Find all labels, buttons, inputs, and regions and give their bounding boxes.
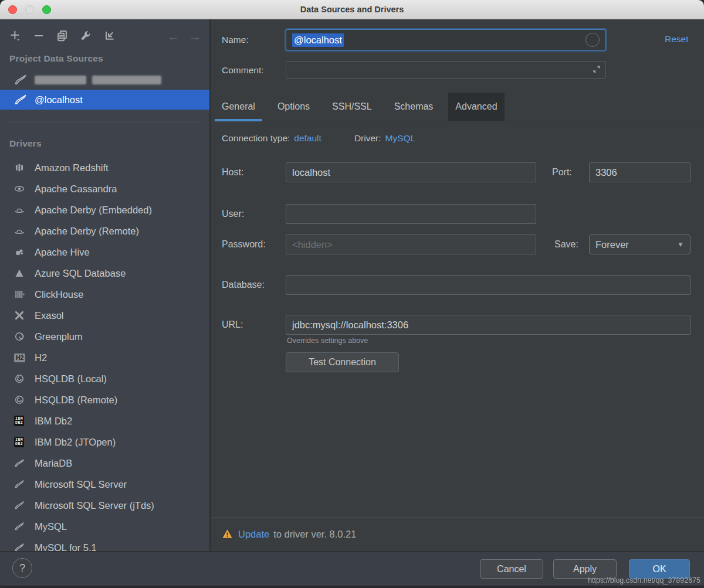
driver-label: IBM Db2 (JTOpen) [35,437,116,448]
database-label: Database: [222,280,265,290]
url-hint: Overrides settings above [287,337,368,345]
test-connection-button[interactable]: Test Connection [286,352,399,372]
driver-item-apache-cassandra[interactable]: Apache Cassandra [0,178,209,199]
cassandra-icon [14,183,27,194]
driver-item-mariadb[interactable]: MariaDB [0,453,209,474]
add-icon[interactable] [8,29,22,43]
save-label: Save: [554,239,578,250]
back-icon[interactable]: ← [167,30,180,42]
url-input[interactable] [286,315,691,335]
name-field-indicator-icon [585,33,600,47]
driver-label: Apache Derby (Remote) [35,226,139,237]
host-label: Host: [222,167,243,178]
cancel-button[interactable]: Cancel [480,559,543,579]
save-dropdown-value: Forever [595,239,629,250]
hsqldb-icon [14,373,27,384]
drivers-header: Drivers [9,138,209,149]
host-input[interactable] [286,162,536,182]
data-sources-dialog: Data Sources and Drivers ←→ Project Data… [0,0,704,588]
data-source-label: @localhost [35,94,83,106]
ibmdb2-icon: IBMDB2 [14,437,27,447]
driver-link[interactable]: MySQL [385,133,416,144]
drivers-list: Amazon RedshiftApache CassandraApache De… [0,157,209,551]
user-label: User: [222,209,244,219]
minimize-window-button[interactable] [25,5,34,14]
reset-link[interactable]: Reset [665,34,689,45]
driver-item-ibm-db2[interactable]: IBMDB2IBM Db2 [0,410,209,431]
driver-item-azure-sql-database[interactable]: Azure SQL Database [0,263,209,284]
duplicate-icon[interactable] [55,29,69,43]
remove-icon[interactable] [32,29,46,43]
name-input[interactable]: @localhost [286,29,606,50]
data-source-item-selected[interactable]: @localhost [0,90,209,110]
connection-type-link[interactable]: default [294,133,321,144]
data-sources-list: @localhost [0,70,209,110]
driver-label: Microsoft SQL Server (jTds) [35,500,154,511]
comment-input[interactable] [286,61,606,79]
driver-item-apache-hive[interactable]: Apache Hive [0,242,209,263]
driver-item-mysql[interactable]: MySQL [0,516,209,537]
driver-item-clickhouse[interactable]: ClickHouse [0,284,209,305]
expand-comment-icon[interactable] [592,64,601,76]
redacted-label [35,76,86,84]
save-dropdown[interactable]: Forever ▼ [589,234,691,254]
tab-options[interactable]: Options [270,93,317,121]
tab-general[interactable]: General [215,93,262,121]
database-input[interactable] [286,275,691,295]
driver-item-hsqldb-remote[interactable]: HSQLDB (Remote) [0,389,209,410]
mssql-icon [14,500,27,511]
titlebar: Data Sources and Drivers [0,0,704,19]
data-source-item[interactable] [0,70,209,90]
driver-item-greenplum[interactable]: Greenplum [0,326,209,347]
tab-bar: GeneralOptionsSSH/SSLSchemasAdvanced [215,93,704,121]
chevron-down-icon: ▼ [677,240,684,249]
help-button[interactable]: ? [12,558,32,578]
settings-panel: Name: @localhost Reset Comment: GeneralO… [211,19,704,551]
port-input[interactable] [589,162,691,182]
forward-icon[interactable]: → [189,30,201,42]
dialog-footer: ? Cancel Apply OK https://blog.csdn.net/… [0,551,704,588]
derby-icon [14,205,27,215]
driver-properties-icon[interactable] [79,29,93,43]
mysql-icon [14,542,27,551]
driver-label: MySQL [35,521,67,532]
driver-label: Apache Cassandra [35,183,117,195]
driver-label: Apache Hive [35,247,90,258]
driver-item-microsoft-sql-server-jtds[interactable]: Microsoft SQL Server (jTds) [0,495,209,516]
driver-item-apache-derby-embedded[interactable]: Apache Derby (Embedded) [0,199,209,220]
mysql-icon [14,94,27,105]
close-window-button[interactable] [8,5,17,14]
driver-item-amazon-redshift[interactable]: Amazon Redshift [0,157,209,178]
tab-advanced[interactable]: Advanced [448,93,504,121]
mssql-icon [14,479,27,490]
azure-icon [14,268,27,278]
driver-label: ClickHouse [35,289,83,300]
driver-label: Driver: [354,133,381,144]
import-icon[interactable] [102,29,116,43]
exasol-icon [14,310,27,321]
tab-schemas[interactable]: Schemas [387,93,441,121]
driver-item-ibm-db2-jtopen[interactable]: IBMDB2IBM Db2 (JTOpen) [0,431,209,453]
derby-icon [14,226,27,236]
driver-item-exasol[interactable]: Exasol [0,305,209,326]
password-input[interactable] [286,234,536,254]
user-input[interactable] [286,204,536,224]
zoom-window-button[interactable] [42,5,51,14]
update-driver-link[interactable]: Update [238,529,269,540]
driver-item-h2[interactable]: H2H2 [0,347,209,368]
driver-update-row: Update to driver ver. 8.0.21 [211,517,704,550]
url-label: URL: [222,320,243,330]
warning-icon [222,529,233,539]
tab-ssh-ssl[interactable]: SSH/SSL [325,93,379,121]
window-title: Data Sources and Drivers [0,0,704,19]
driver-label: MySQL for 5.1 [35,542,97,552]
watermark: https://blog.csdn.net/qq_37892675 [588,576,700,584]
driver-label: HSQLDB (Remote) [35,395,117,406]
sidebar-toolbar: ←→ [0,19,209,46]
driver-item-microsoft-sql-server[interactable]: Microsoft SQL Server [0,474,209,495]
driver-item-apache-derby-remote[interactable]: Apache Derby (Remote) [0,220,209,242]
driver-item-hsqldb-local[interactable]: HSQLDB (Local) [0,368,209,389]
connection-info-row: Connection type: default Driver: MySQL [222,133,415,144]
hsqldb-icon [14,395,27,405]
driver-item-mysql-for-5-1[interactable]: MySQL for 5.1 [0,537,209,551]
